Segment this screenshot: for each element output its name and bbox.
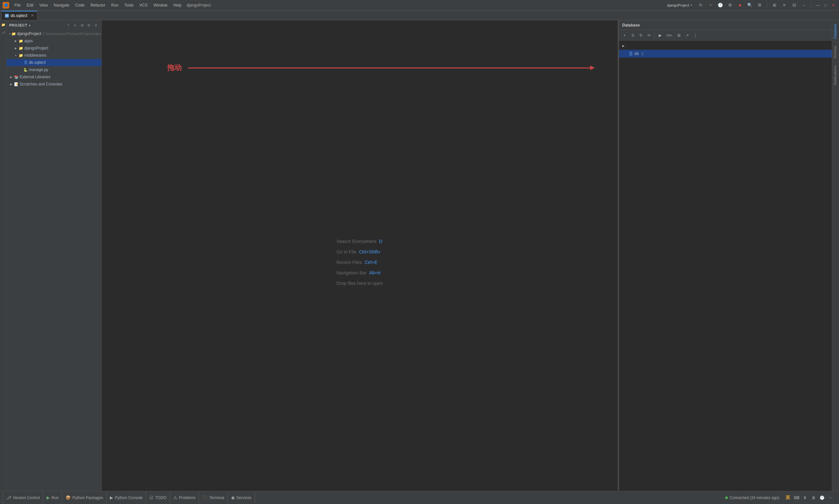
db-run-button[interactable]: ▶ <box>656 32 664 39</box>
tree-ext-libs-item[interactable]: ▶ 📚 External Libraries <box>6 73 101 80</box>
tab-db-sqlite3[interactable]: db db.sqlite3 ✕ <box>1 11 37 20</box>
tray-download-icon[interactable]: ⬇ <box>802 494 808 501</box>
tree-middlewares-item[interactable]: ▾ 📁 middlewares <box>6 52 101 59</box>
minimize-button[interactable]: — <box>815 2 821 8</box>
activity-structure-icon[interactable]: ⎇ <box>1 30 6 35</box>
tree-djangoproject-item[interactable]: ▶ 📁 djangoProject <box>6 44 101 52</box>
tree-scratches-item[interactable]: ▶ 📝 Scratches and Consoles <box>6 80 101 88</box>
tree-manage-py-item[interactable]: 🐍 manage.py <box>6 66 101 73</box>
db-add-button[interactable]: + <box>621 32 628 39</box>
hint-goto-file: Go to File Ctrl+Shift+ <box>337 249 381 254</box>
columns-button[interactable]: ≡ <box>780 1 788 9</box>
sciview-panel-tab[interactable]: SciView <box>832 42 839 62</box>
tree-db-sqlite3-item[interactable]: 🗄 db.sqlite3 <box>6 59 101 66</box>
close-button[interactable]: ✕ <box>831 2 836 8</box>
ext-libs-expand-icon: ▶ <box>9 75 13 79</box>
sidebar-caret-icon: ▾ <box>29 23 31 27</box>
todo-label: TODO <box>155 496 166 500</box>
db-filter-button[interactable]: ⋮ <box>692 32 699 39</box>
tray-ime-icon[interactable]: 英 <box>785 494 791 501</box>
tab-close-icon[interactable]: ✕ <box>31 14 34 18</box>
settings-button[interactable]: ⚙ <box>756 1 764 9</box>
menu-file[interactable]: File <box>12 2 23 8</box>
tray-keyboard-icon[interactable]: ⌨ <box>793 494 800 501</box>
terminal-item[interactable]: ⬛ Terminal <box>199 491 227 504</box>
layout-button[interactable]: ⊞ <box>770 1 778 9</box>
services-item[interactable]: ◉ Services <box>228 491 255 504</box>
tree-root-item[interactable]: ▾ 📁 djangoProject C:\Users\caiyo\Pycharm… <box>6 30 101 37</box>
problems-icon: ⚠ <box>173 495 177 500</box>
hint-recent-key: Ctrl+E <box>364 260 377 265</box>
hint-drop-files: Drop files here to open <box>337 281 383 286</box>
db-export-button[interactable]: ↗ <box>684 32 691 39</box>
sidebar-scroll-top-button[interactable]: ⤒ <box>65 22 71 28</box>
apps-folder-icon: 📁 <box>19 39 23 43</box>
project-switcher[interactable]: djangoProject ▾ <box>665 3 695 7</box>
current-project-label: djangoProject <box>667 3 689 7</box>
menu-view[interactable]: View <box>37 2 51 8</box>
db-item-count: 1 <box>641 51 644 56</box>
connection-status: Connected (24 minutes ago) <box>722 496 783 500</box>
version-control-label: Version Control <box>13 496 40 500</box>
database-panel: Database + ⎘ ↻ ✏ ▶ DDL ⊞ ↗ ⋮ <box>619 20 832 504</box>
add-framework-button[interactable]: + <box>706 1 715 9</box>
python-packages-item[interactable]: 📦 Python Packages <box>62 491 106 504</box>
title-bar: 🔵 File Edit View Navigate Code Refactor … <box>0 0 839 11</box>
sidebar-settings-button[interactable]: ⚙ <box>86 22 92 28</box>
activity-project-icon[interactable]: 📁 <box>1 22 6 27</box>
build-button[interactable]: ⚙ <box>726 1 734 9</box>
stop-button[interactable]: ■ <box>736 1 744 9</box>
search-button[interactable]: 🔍 <box>746 1 754 9</box>
system-tray: 英 ⌨ ⬇ 🖥 🕐 ⋯ <box>785 494 836 501</box>
manage-expand-spacer <box>18 68 22 72</box>
editor-area: 拖动 Search Everywhere D Go to File Ctrl+S… <box>102 20 618 504</box>
menu-code[interactable]: Code <box>72 2 87 8</box>
menu-navigate[interactable]: Navigate <box>51 2 72 8</box>
sync-button[interactable]: ↻ <box>697 1 705 9</box>
db-item-db[interactable]: 🗄 db 1 <box>619 50 832 58</box>
db-item-label: db <box>634 51 639 56</box>
menu-tools[interactable]: Tools <box>122 2 136 8</box>
db-edit-button[interactable]: ✏ <box>646 32 653 39</box>
db-file-icon: db <box>5 14 9 18</box>
database-panel-tab[interactable]: Database <box>832 20 839 42</box>
run-item[interactable]: ▶ Run <box>43 491 62 504</box>
tray-display-icon[interactable]: 🖥 <box>810 494 817 501</box>
python-console-item[interactable]: ▶ Python Console <box>106 491 146 504</box>
sidebar: Project ▾ ⤒ ≡ ⊞ ⚙ ✕ ▾ 📁 djang <box>6 20 102 504</box>
hint-goto-key: Ctrl+Shift+ <box>359 249 381 254</box>
sidebar-close-button[interactable]: ✕ <box>93 22 99 28</box>
tray-clock-icon[interactable]: 🕐 <box>819 494 825 501</box>
db-copy-button[interactable]: ⎘ <box>629 32 636 39</box>
ext-libs-icon: 📚 <box>14 75 19 79</box>
menu-help[interactable]: Help <box>171 2 184 8</box>
maximize-button[interactable]: □ <box>823 2 828 8</box>
db-refresh-button[interactable]: ↻ <box>637 32 645 39</box>
menu-refactor[interactable]: Refactor <box>88 2 108 8</box>
tree-apps-item[interactable]: ▶ 📁 apps <box>6 37 101 44</box>
activity-bar: 📁 ⎇ <box>0 20 6 504</box>
db-icon-btn[interactable]: ⊞ <box>675 32 683 39</box>
sidebar-collapse-button[interactable]: ≡ <box>72 22 78 28</box>
db-ddl-button[interactable]: DDL <box>665 32 674 39</box>
version-control-item[interactable]: ⎇ Version Control <box>3 491 43 504</box>
todo-item[interactable]: ☑ TODO <box>146 491 170 504</box>
menu-window[interactable]: Window <box>151 2 170 8</box>
clock-button[interactable]: 🕐 <box>716 1 724 9</box>
menu-run[interactable]: Run <box>108 2 121 8</box>
db-tree: ▶ 🗄 db 1 <box>619 41 832 504</box>
tray-more-icon[interactable]: ⋯ <box>827 494 834 501</box>
split-button[interactable]: ⊟ <box>790 1 798 9</box>
menu-bar: File Edit View Navigate Code Refactor Ru… <box>12 2 184 8</box>
project-caret-icon: ▾ <box>690 3 692 7</box>
sidebar-split-button[interactable]: ⊞ <box>79 22 85 28</box>
notifications-panel-tab[interactable]: Notifications <box>832 62 839 88</box>
menu-edit[interactable]: Edit <box>24 2 36 8</box>
hint-nav-bar: Navigation Bar Alt+H <box>337 270 380 275</box>
drag-text: 拖动 <box>167 63 182 73</box>
menu-vcs[interactable]: VCS <box>137 2 150 8</box>
minimize-icon[interactable]: – <box>800 1 808 9</box>
problems-item[interactable]: ⚠ Problems <box>170 491 199 504</box>
services-icon: ◉ <box>231 495 235 500</box>
db-root-expand[interactable]: ▶ <box>619 42 832 50</box>
